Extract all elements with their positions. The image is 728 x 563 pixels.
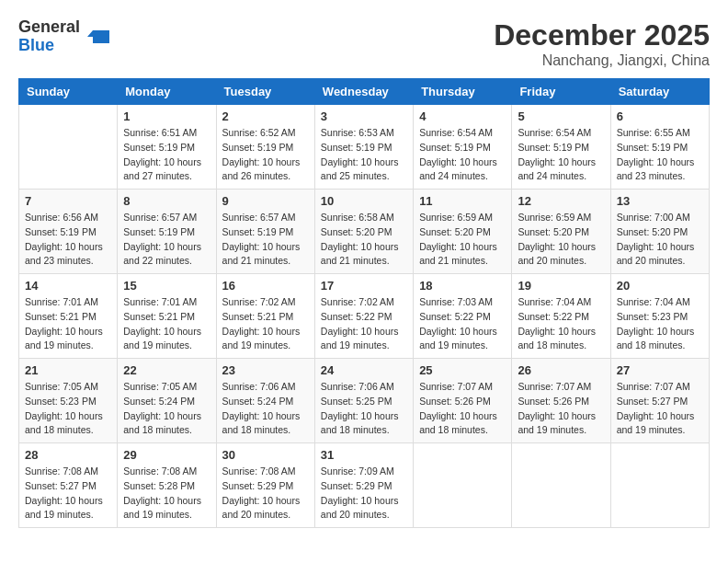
day-number: 18 bbox=[419, 279, 506, 293]
calendar-cell: 14Sunrise: 7:01 AMSunset: 5:21 PMDayligh… bbox=[19, 274, 118, 359]
day-info: Sunrise: 6:52 AMSunset: 5:19 PMDaylight:… bbox=[222, 126, 309, 184]
month-title: December 2025 bbox=[494, 18, 710, 52]
day-number: 23 bbox=[222, 363, 309, 377]
day-info: Sunrise: 7:05 AMSunset: 5:23 PMDaylight:… bbox=[25, 380, 111, 438]
day-info: Sunrise: 7:02 AMSunset: 5:21 PMDaylight:… bbox=[222, 295, 309, 353]
calendar-cell: 26Sunrise: 7:07 AMSunset: 5:26 PMDayligh… bbox=[512, 359, 610, 443]
day-info: Sunrise: 6:59 AMSunset: 5:20 PMDaylight:… bbox=[518, 211, 604, 269]
day-number: 17 bbox=[321, 279, 407, 293]
calendar-cell: 24Sunrise: 7:06 AMSunset: 5:25 PMDayligh… bbox=[314, 359, 413, 443]
calendar-cell: 30Sunrise: 7:08 AMSunset: 5:29 PMDayligh… bbox=[216, 443, 314, 528]
calendar-cell: 15Sunrise: 7:01 AMSunset: 5:21 PMDayligh… bbox=[118, 274, 216, 359]
calendar-cell: 5Sunrise: 6:54 AMSunset: 5:19 PMDaylight… bbox=[512, 105, 610, 190]
day-info: Sunrise: 7:03 AMSunset: 5:22 PMDaylight:… bbox=[419, 295, 506, 353]
calendar-cell: 13Sunrise: 7:00 AMSunset: 5:20 PMDayligh… bbox=[610, 190, 709, 274]
day-number: 19 bbox=[518, 279, 604, 293]
day-number: 20 bbox=[617, 279, 703, 293]
calendar-cell: 4Sunrise: 6:54 AMSunset: 5:19 PMDaylight… bbox=[414, 105, 512, 190]
day-info: Sunrise: 6:56 AMSunset: 5:19 PMDaylight:… bbox=[25, 211, 111, 269]
day-number: 24 bbox=[321, 363, 407, 377]
day-number: 11 bbox=[419, 194, 506, 208]
day-number: 14 bbox=[25, 279, 111, 293]
calendar-cell: 11Sunrise: 6:59 AMSunset: 5:20 PMDayligh… bbox=[414, 190, 512, 274]
day-info: Sunrise: 7:06 AMSunset: 5:25 PMDaylight:… bbox=[321, 380, 407, 438]
day-number: 27 bbox=[617, 363, 703, 377]
day-info: Sunrise: 7:08 AMSunset: 5:28 PMDaylight:… bbox=[123, 465, 210, 523]
svg-marker-0 bbox=[87, 30, 109, 43]
day-number: 3 bbox=[321, 109, 407, 123]
week-row-5: 28Sunrise: 7:08 AMSunset: 5:27 PMDayligh… bbox=[19, 443, 710, 528]
day-info: Sunrise: 7:06 AMSunset: 5:24 PMDaylight:… bbox=[222, 380, 309, 438]
day-number: 31 bbox=[321, 448, 407, 462]
logo-icon bbox=[84, 23, 111, 51]
calendar-cell: 17Sunrise: 7:02 AMSunset: 5:22 PMDayligh… bbox=[314, 274, 413, 359]
logo-general-text: General bbox=[18, 18, 80, 37]
title-section: December 2025 Nanchang, Jiangxi, China bbox=[494, 18, 710, 69]
logo-blue-text: Blue bbox=[18, 37, 80, 55]
calendar-cell: 8Sunrise: 6:57 AMSunset: 5:19 PMDaylight… bbox=[118, 190, 216, 274]
week-row-2: 7Sunrise: 6:56 AMSunset: 5:19 PMDaylight… bbox=[19, 190, 710, 274]
day-info: Sunrise: 7:07 AMSunset: 5:26 PMDaylight:… bbox=[518, 380, 604, 438]
header-friday: Friday bbox=[512, 79, 610, 105]
day-number: 9 bbox=[222, 194, 309, 208]
day-number: 25 bbox=[419, 363, 506, 377]
day-number: 6 bbox=[617, 109, 703, 123]
day-info: Sunrise: 6:54 AMSunset: 5:19 PMDaylight:… bbox=[518, 126, 604, 184]
calendar-cell: 1Sunrise: 6:51 AMSunset: 5:19 PMDaylight… bbox=[118, 105, 216, 190]
day-info: Sunrise: 7:01 AMSunset: 5:21 PMDaylight:… bbox=[123, 295, 210, 353]
calendar-cell: 6Sunrise: 6:55 AMSunset: 5:19 PMDaylight… bbox=[610, 105, 709, 190]
week-row-4: 21Sunrise: 7:05 AMSunset: 5:23 PMDayligh… bbox=[19, 359, 710, 443]
day-number: 4 bbox=[419, 109, 506, 123]
day-info: Sunrise: 7:00 AMSunset: 5:20 PMDaylight:… bbox=[617, 211, 703, 269]
day-number: 2 bbox=[222, 109, 309, 123]
day-number: 7 bbox=[25, 194, 111, 208]
header-thursday: Thursday bbox=[414, 79, 512, 105]
calendar-cell: 3Sunrise: 6:53 AMSunset: 5:19 PMDaylight… bbox=[314, 105, 413, 190]
page-header: General Blue December 2025 Nanchang, Jia… bbox=[18, 18, 710, 69]
calendar-cell: 25Sunrise: 7:07 AMSunset: 5:26 PMDayligh… bbox=[414, 359, 512, 443]
calendar-cell bbox=[512, 443, 610, 528]
day-number: 28 bbox=[25, 448, 111, 462]
day-info: Sunrise: 6:53 AMSunset: 5:19 PMDaylight:… bbox=[321, 126, 407, 184]
calendar-cell: 27Sunrise: 7:07 AMSunset: 5:27 PMDayligh… bbox=[610, 359, 709, 443]
day-number: 22 bbox=[123, 363, 210, 377]
day-info: Sunrise: 7:08 AMSunset: 5:29 PMDaylight:… bbox=[222, 465, 309, 523]
header-sunday: Sunday bbox=[19, 79, 118, 105]
calendar-cell: 10Sunrise: 6:58 AMSunset: 5:20 PMDayligh… bbox=[314, 190, 413, 274]
logo: General Blue bbox=[18, 18, 111, 55]
day-number: 15 bbox=[123, 279, 210, 293]
calendar-cell: 29Sunrise: 7:08 AMSunset: 5:28 PMDayligh… bbox=[118, 443, 216, 528]
day-number: 12 bbox=[518, 194, 604, 208]
calendar-cell bbox=[610, 443, 709, 528]
day-info: Sunrise: 6:57 AMSunset: 5:19 PMDaylight:… bbox=[222, 211, 309, 269]
location: Nanchang, Jiangxi, China bbox=[494, 52, 710, 69]
week-row-1: 1Sunrise: 6:51 AMSunset: 5:19 PMDaylight… bbox=[19, 105, 710, 190]
calendar-table: SundayMondayTuesdayWednesdayThursdayFrid… bbox=[18, 78, 710, 528]
calendar-cell: 28Sunrise: 7:08 AMSunset: 5:27 PMDayligh… bbox=[19, 443, 118, 528]
day-info: Sunrise: 6:51 AMSunset: 5:19 PMDaylight:… bbox=[123, 126, 210, 184]
day-info: Sunrise: 7:02 AMSunset: 5:22 PMDaylight:… bbox=[321, 295, 407, 353]
day-info: Sunrise: 7:04 AMSunset: 5:22 PMDaylight:… bbox=[518, 295, 604, 353]
day-info: Sunrise: 7:07 AMSunset: 5:26 PMDaylight:… bbox=[419, 380, 506, 438]
day-number: 21 bbox=[25, 363, 111, 377]
day-info: Sunrise: 6:59 AMSunset: 5:20 PMDaylight:… bbox=[419, 211, 506, 269]
header-monday: Monday bbox=[118, 79, 216, 105]
day-number: 26 bbox=[518, 363, 604, 377]
day-info: Sunrise: 6:55 AMSunset: 5:19 PMDaylight:… bbox=[617, 126, 703, 184]
day-info: Sunrise: 7:07 AMSunset: 5:27 PMDaylight:… bbox=[617, 380, 703, 438]
calendar-cell bbox=[414, 443, 512, 528]
day-number: 10 bbox=[321, 194, 407, 208]
calendar-cell: 31Sunrise: 7:09 AMSunset: 5:29 PMDayligh… bbox=[314, 443, 413, 528]
day-number: 29 bbox=[123, 448, 210, 462]
calendar-cell: 18Sunrise: 7:03 AMSunset: 5:22 PMDayligh… bbox=[414, 274, 512, 359]
day-number: 5 bbox=[518, 109, 604, 123]
calendar-cell: 23Sunrise: 7:06 AMSunset: 5:24 PMDayligh… bbox=[216, 359, 314, 443]
calendar-cell: 12Sunrise: 6:59 AMSunset: 5:20 PMDayligh… bbox=[512, 190, 610, 274]
day-number: 16 bbox=[222, 279, 309, 293]
day-info: Sunrise: 7:05 AMSunset: 5:24 PMDaylight:… bbox=[123, 380, 210, 438]
header-tuesday: Tuesday bbox=[216, 79, 314, 105]
header-wednesday: Wednesday bbox=[314, 79, 413, 105]
day-info: Sunrise: 6:58 AMSunset: 5:20 PMDaylight:… bbox=[321, 211, 407, 269]
day-info: Sunrise: 7:08 AMSunset: 5:27 PMDaylight:… bbox=[25, 465, 111, 523]
day-number: 30 bbox=[222, 448, 309, 462]
